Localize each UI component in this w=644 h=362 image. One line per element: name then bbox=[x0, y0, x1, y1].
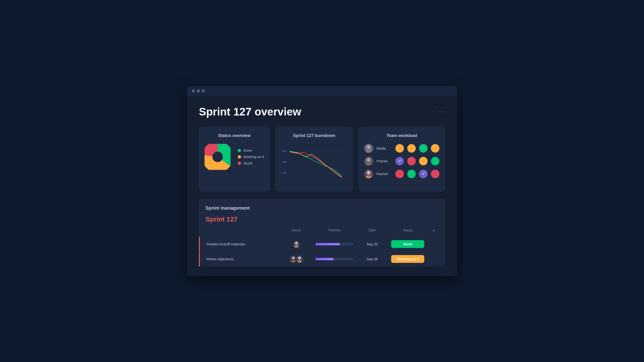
workload-row-rachel: Rachel ✓ bbox=[364, 169, 440, 178]
timeline-fill-1 bbox=[315, 243, 340, 245]
owner-avatar-2b bbox=[296, 255, 304, 263]
owner-avatar-1 bbox=[292, 240, 300, 248]
svg-text:2SP: 2SP bbox=[282, 161, 287, 163]
nadia-dot-2 bbox=[407, 144, 416, 153]
pranav-dot-3 bbox=[419, 157, 428, 165]
table-header: Owner Timeline Date Status + bbox=[206, 226, 438, 236]
svg-point-13 bbox=[366, 163, 372, 166]
page-header: Sprint 127 overview ··· bbox=[199, 105, 445, 118]
sprint-label: Sprint 127 bbox=[206, 216, 438, 223]
pranav-dot-4 bbox=[431, 157, 440, 165]
avatar-rachel bbox=[364, 169, 373, 178]
legend: Done Working on it Stuck bbox=[238, 148, 264, 165]
rachel-dot-1 bbox=[396, 170, 404, 178]
task-name-1: Finalize kickoff materials bbox=[206, 242, 282, 246]
burndown-title: Sprint 127 burndown bbox=[281, 133, 348, 138]
col-owner: Owner bbox=[282, 228, 311, 234]
main-content: Sprint 127 overview ··· Status overview bbox=[187, 96, 457, 276]
workload-row-pranav: Pranav ✓ bbox=[364, 157, 440, 166]
app-window: Sprint 127 overview ··· Status overview bbox=[187, 86, 457, 276]
date-cell-2: Sep 06 bbox=[358, 257, 386, 261]
done-label: Done bbox=[244, 148, 252, 152]
task-name-2: Refine objectives bbox=[206, 257, 282, 261]
nadia-dot-3 bbox=[419, 144, 428, 153]
workload-body: Nadia Pranav bbox=[364, 144, 440, 178]
top-cards: Status overview bbox=[199, 127, 445, 192]
col-task bbox=[206, 228, 282, 234]
status-overview-body: Done Working on it Stuck bbox=[204, 144, 264, 170]
svg-point-3 bbox=[212, 152, 223, 162]
stuck-dot bbox=[238, 162, 241, 165]
svg-point-17 bbox=[294, 245, 298, 248]
stuck-label: Stuck bbox=[244, 161, 252, 165]
sprint-management: Sprint management Sprint 127 Owner Timel… bbox=[199, 199, 445, 267]
window-dot-3 bbox=[202, 89, 205, 92]
status-cell-2: Working on it bbox=[386, 255, 429, 263]
col-date: Date bbox=[358, 228, 386, 234]
pranav-status-dots: ✓ bbox=[396, 157, 440, 165]
table-row: Refine objectives bbox=[206, 252, 438, 267]
svg-point-21 bbox=[297, 260, 302, 263]
pranav-dot-1: ✓ bbox=[396, 157, 404, 165]
timeline-fill-2 bbox=[315, 258, 334, 260]
svg-point-14 bbox=[367, 171, 370, 175]
name-pranav: Pranav bbox=[376, 159, 391, 163]
rachel-dot-3: ✓ bbox=[419, 170, 428, 178]
add-column-button[interactable]: + bbox=[429, 228, 438, 234]
nadia-status-dots bbox=[396, 144, 440, 153]
rachel-status-dots: ✓ bbox=[396, 170, 440, 178]
avatar-pranav bbox=[364, 157, 373, 166]
timeline-bar-1 bbox=[315, 243, 353, 245]
timeline-cell-1 bbox=[311, 243, 358, 245]
nadia-dot-1 bbox=[396, 144, 404, 153]
burndown-card: Sprint 127 burndown 3SP 2SP 1SP bbox=[275, 127, 353, 192]
owner-cell-1 bbox=[282, 240, 311, 248]
date-cell-1: Sep 02 bbox=[358, 242, 386, 246]
status-overview-title: Status overview bbox=[204, 133, 264, 138]
svg-point-18 bbox=[292, 257, 295, 259]
done-dot bbox=[238, 149, 241, 152]
pie-chart bbox=[204, 144, 230, 170]
working-label: Working on it bbox=[244, 155, 264, 159]
svg-text:1SP: 1SP bbox=[282, 171, 287, 174]
name-nadia: Nadia bbox=[376, 146, 391, 150]
team-workload-card: Team workload Nadia bbox=[358, 127, 445, 192]
legend-done: Done bbox=[238, 148, 264, 152]
svg-point-12 bbox=[367, 158, 370, 162]
window-dot-1 bbox=[192, 89, 195, 92]
timeline-bar-2 bbox=[315, 258, 353, 260]
pranav-dot-2 bbox=[407, 157, 416, 165]
svg-point-20 bbox=[298, 257, 301, 259]
status-cell-1: Done bbox=[386, 240, 429, 248]
legend-stuck: Stuck bbox=[238, 161, 264, 165]
status-badge-2: Working on it bbox=[391, 255, 424, 263]
workload-row-nadia: Nadia bbox=[364, 144, 440, 153]
name-rachel: Rachel bbox=[376, 172, 391, 176]
col-timeline: Timeline bbox=[311, 228, 358, 234]
titlebar bbox=[187, 86, 457, 96]
svg-point-11 bbox=[366, 150, 372, 153]
team-workload-title: Team workload bbox=[364, 133, 440, 138]
sprint-management-title: Sprint management bbox=[206, 205, 438, 211]
timeline-cell-2 bbox=[311, 258, 358, 260]
nadia-dot-4 bbox=[431, 144, 440, 153]
svg-point-15 bbox=[366, 175, 372, 178]
rachel-dot-2 bbox=[407, 170, 416, 178]
owner-avatars-2 bbox=[289, 255, 304, 263]
col-status: Status bbox=[386, 228, 429, 234]
owner-avatars-1 bbox=[292, 240, 300, 248]
rachel-dot-4 bbox=[431, 170, 440, 178]
svg-text:3SP: 3SP bbox=[282, 150, 287, 152]
owner-cell-2 bbox=[282, 255, 311, 263]
burndown-chart: 3SP 2SP 1SP bbox=[281, 144, 348, 185]
svg-point-10 bbox=[367, 145, 370, 149]
status-badge-1: Done bbox=[391, 240, 424, 248]
table-row: Finalize kickoff materials Sep 02 Done bbox=[206, 237, 438, 252]
working-dot bbox=[238, 155, 241, 159]
avatar-nadia bbox=[364, 144, 373, 153]
svg-point-19 bbox=[291, 260, 296, 263]
window-dot-2 bbox=[197, 89, 200, 92]
page-title: Sprint 127 overview bbox=[199, 105, 301, 118]
more-options-button[interactable]: ··· bbox=[439, 109, 445, 115]
legend-working: Working on it bbox=[238, 155, 264, 159]
